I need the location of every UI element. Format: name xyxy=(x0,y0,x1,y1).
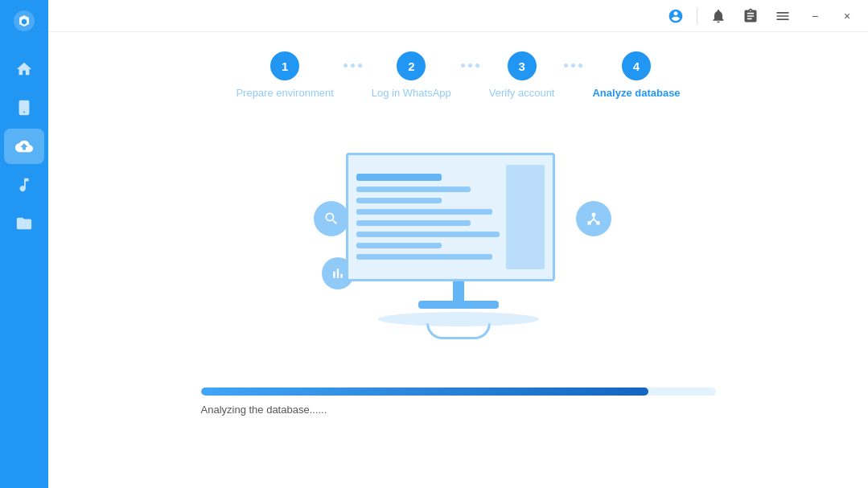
step-2: 2 Log in WhatsApp xyxy=(372,51,451,99)
screen-line xyxy=(356,232,500,237)
step-3-label: Verify account xyxy=(489,87,555,99)
screen-line xyxy=(356,198,442,203)
step-4-circle: 4 xyxy=(622,51,651,80)
step-1: 1 Prepare environment xyxy=(236,51,333,99)
dots-3-4 xyxy=(564,64,582,87)
titlebar-actions: − × xyxy=(664,5,858,27)
screen-line xyxy=(356,243,442,248)
profile-icon[interactable] xyxy=(664,5,687,27)
close-button[interactable]: × xyxy=(836,5,858,27)
monitor-screen xyxy=(346,153,555,281)
sidebar-item-backup[interactable] xyxy=(4,129,44,164)
illustration xyxy=(290,153,627,362)
dot xyxy=(358,64,362,68)
monitor xyxy=(346,153,571,339)
sidebar-item-home[interactable] xyxy=(4,51,44,87)
step-4: 4 Analyze database xyxy=(592,51,680,99)
titlebar: − × xyxy=(48,0,868,32)
dot xyxy=(343,64,348,68)
dot xyxy=(475,64,479,68)
screen-line xyxy=(356,187,471,192)
screen-line xyxy=(356,174,442,181)
float-search-icon xyxy=(314,201,349,236)
screen-line xyxy=(356,254,492,260)
app-logo xyxy=(10,6,39,35)
sidebar-item-music[interactable] xyxy=(4,167,44,203)
sidebar-item-files[interactable] xyxy=(4,206,44,241)
float-network-icon xyxy=(576,201,611,236)
step-1-label: Prepare environment xyxy=(236,87,333,99)
dot xyxy=(571,64,575,68)
sidebar-nav xyxy=(0,51,48,488)
screen-content xyxy=(356,165,500,269)
dot xyxy=(578,64,582,68)
dot xyxy=(468,64,472,68)
step-3-circle: 3 xyxy=(508,51,537,80)
bell-icon[interactable] xyxy=(707,5,730,27)
step-2-label: Log in WhatsApp xyxy=(372,87,451,99)
step-3: 3 Verify account xyxy=(489,51,555,99)
step-4-label: Analyze database xyxy=(592,87,680,99)
progress-section: Analyzing the database...... xyxy=(201,388,716,416)
screen-sidebar xyxy=(506,165,545,269)
divider xyxy=(697,8,697,24)
dot xyxy=(564,64,568,68)
progress-bar-background xyxy=(201,388,716,396)
content-area: Analyzing the database...... xyxy=(48,112,868,488)
screen-line xyxy=(356,220,471,226)
step-2-circle: 2 xyxy=(397,51,426,80)
steps-bar: 1 Prepare environment 2 Log in WhatsApp … xyxy=(48,32,868,112)
dot xyxy=(461,64,465,68)
menu-icon[interactable] xyxy=(771,5,794,27)
monitor-base-neck xyxy=(453,281,464,301)
sidebar xyxy=(0,0,48,488)
monitor-base xyxy=(418,301,499,309)
minimize-button[interactable]: − xyxy=(804,5,826,27)
step-1-circle: 1 xyxy=(270,51,299,80)
clipboard-icon[interactable] xyxy=(739,5,762,27)
progress-text: Analyzing the database...... xyxy=(201,404,716,416)
screen-line xyxy=(356,209,492,215)
dots-2-3 xyxy=(461,64,479,87)
sidebar-item-device[interactable] xyxy=(4,90,44,125)
dots-1-2 xyxy=(343,64,362,87)
progress-bar-fill xyxy=(201,388,649,396)
monitor-shadow xyxy=(378,312,539,326)
dot xyxy=(351,64,355,68)
main-content: − × 1 Prepare environment 2 Log in Whats… xyxy=(48,0,868,488)
